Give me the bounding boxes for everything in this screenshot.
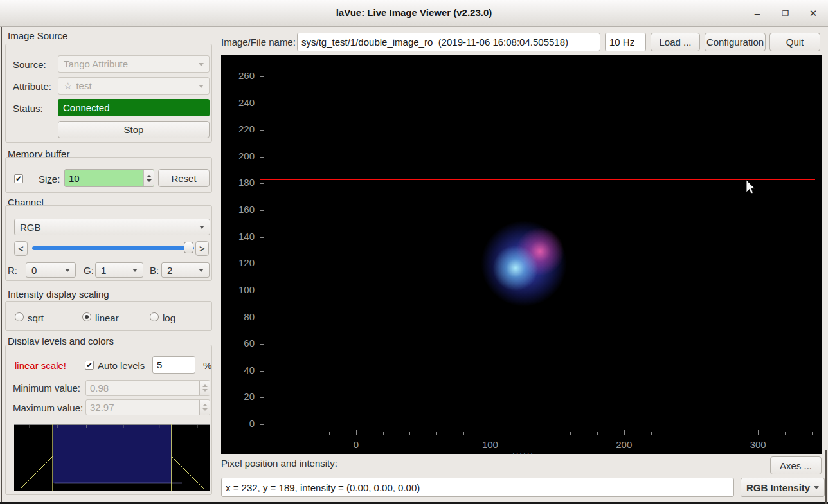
percent-label: % bbox=[203, 360, 212, 371]
y-tick-label: 20 bbox=[226, 391, 255, 402]
y-tick-label: 120 bbox=[226, 257, 255, 268]
crosshair-horizontal-line bbox=[260, 179, 815, 180]
axes-button[interactable]: Axes ... bbox=[770, 456, 822, 474]
radio-label-sqrt: sqrt bbox=[28, 312, 44, 323]
max-value-label: Maximum value: bbox=[13, 402, 83, 413]
x-minor-tick bbox=[705, 432, 705, 435]
status-badge: Connected bbox=[58, 99, 210, 116]
channel-slider-track[interactable] bbox=[32, 246, 194, 250]
y-tick bbox=[260, 397, 264, 398]
r-label: R: bbox=[8, 265, 17, 276]
close-button[interactable]: ✕ bbox=[805, 6, 822, 21]
radio-label-log: log bbox=[163, 312, 176, 323]
x-minor-tick bbox=[732, 432, 732, 435]
x-minor-tick bbox=[329, 432, 330, 435]
image-source-title: Image Source bbox=[8, 30, 68, 41]
minimize-button[interactable]: – bbox=[749, 6, 766, 21]
y-tick bbox=[260, 371, 264, 372]
max-value: 32.97 bbox=[90, 402, 114, 413]
size-label: Size: bbox=[39, 174, 60, 184]
channel-slider-handle[interactable] bbox=[184, 242, 194, 253]
memory-buffer-checkbox[interactable]: ✔ bbox=[14, 174, 23, 183]
radio-log[interactable] bbox=[150, 312, 159, 321]
y-tick-label: 200 bbox=[226, 150, 255, 161]
y-tick bbox=[260, 130, 264, 130]
attribute-label: Attribute: bbox=[13, 81, 51, 92]
spinner-arrows-icon[interactable] bbox=[143, 170, 154, 186]
channel-mode-value: RGB bbox=[20, 222, 41, 233]
auto-levels-checkbox[interactable]: ✔ bbox=[85, 361, 94, 370]
x-minor-tick bbox=[517, 432, 518, 435]
x-minor-tick bbox=[678, 432, 678, 435]
y-tick bbox=[260, 264, 264, 264]
window-right-border bbox=[825, 450, 827, 504]
y-tick bbox=[260, 291, 264, 291]
x-tick bbox=[758, 430, 759, 435]
attribute-combo-value: test bbox=[76, 80, 91, 91]
y-tick-label: 140 bbox=[226, 231, 255, 242]
reset-button[interactable]: Reset bbox=[158, 169, 210, 187]
y-tick bbox=[260, 104, 264, 104]
splitter-handle[interactable]: ······ bbox=[512, 451, 534, 455]
rate-field[interactable]: 10 Hz bbox=[605, 33, 646, 51]
g-label: G: bbox=[84, 265, 94, 276]
r-combo[interactable]: 0 bbox=[26, 262, 76, 278]
y-tick-label: 240 bbox=[226, 97, 255, 108]
size-spinbox-value: 10 bbox=[69, 173, 80, 184]
radio-sqrt[interactable] bbox=[15, 312, 24, 321]
file-name-input[interactable]: sys/tg_test/1/double_image_ro (2019-11-0… bbox=[297, 33, 600, 51]
source-combo[interactable]: Tango Attribute bbox=[58, 55, 210, 73]
y-tick-label: 260 bbox=[226, 70, 255, 81]
window-title: laVue: Live Image Viewer (v2.23.0) bbox=[0, 7, 828, 18]
size-spinbox[interactable]: 10 bbox=[64, 169, 154, 187]
attribute-combo[interactable]: ☆ test bbox=[58, 77, 210, 94]
channel-mode-combo[interactable]: RGB bbox=[14, 219, 210, 235]
maximize-button[interactable]: ❐ bbox=[777, 6, 794, 21]
channel-prev-button[interactable]: < bbox=[14, 241, 28, 256]
levels-histogram[interactable] bbox=[14, 424, 210, 491]
load-button[interactable]: Load ... bbox=[651, 33, 700, 51]
spinner-arrows-icon bbox=[199, 400, 210, 415]
title-bar: laVue: Live Image Viewer (v2.23.0) – ❐ ✕ bbox=[0, 0, 828, 27]
chevron-down-icon bbox=[199, 269, 204, 272]
auto-levels-input[interactable]: 5 bbox=[152, 356, 195, 374]
y-tick-label: 160 bbox=[226, 204, 255, 215]
file-name-label: Image/File name: bbox=[221, 37, 296, 48]
radio-linear[interactable] bbox=[82, 312, 91, 321]
y-tick-label: 0 bbox=[226, 418, 255, 429]
b-combo[interactable]: 2 bbox=[161, 262, 210, 278]
y-tick-label: 60 bbox=[226, 338, 255, 348]
x-minor-tick bbox=[276, 432, 276, 435]
y-tick bbox=[260, 424, 264, 425]
configuration-button[interactable]: Configuration bbox=[705, 33, 766, 51]
stop-button[interactable]: Stop bbox=[58, 121, 210, 138]
scale-warning-text: linear scale! bbox=[15, 360, 66, 371]
min-value-spinbox[interactable]: 0.98 bbox=[86, 380, 210, 396]
max-value-spinbox[interactable]: 32.97 bbox=[86, 399, 210, 415]
b-combo-value: 2 bbox=[167, 265, 172, 276]
y-tick bbox=[260, 318, 264, 318]
y-tick-label: 80 bbox=[226, 311, 255, 322]
y-tick-label: 40 bbox=[226, 364, 255, 375]
pixel-position-field[interactable]: x = 232, y = 189, intensity = (0.00, 0.0… bbox=[221, 478, 734, 497]
min-value: 0.98 bbox=[90, 382, 109, 393]
quit-button[interactable]: Quit bbox=[770, 33, 820, 51]
intensity-mode-combo[interactable]: RGB Intensity bbox=[741, 478, 825, 497]
spinner-arrows-icon bbox=[199, 381, 210, 395]
beam-spot-image bbox=[221, 55, 822, 454]
y-tick bbox=[260, 183, 264, 184]
x-tick bbox=[490, 430, 491, 435]
g-combo[interactable]: 1 bbox=[95, 262, 143, 278]
image-plot[interactable]: 0204060801001201401601802002202402600100… bbox=[221, 55, 822, 454]
x-tick-label: 200 bbox=[605, 439, 644, 450]
y-tick bbox=[260, 210, 264, 211]
intensity-mode-value: RGB Intensity bbox=[746, 482, 810, 493]
channel-next-button[interactable]: > bbox=[195, 241, 209, 256]
chevron-down-icon bbox=[132, 269, 138, 272]
x-minor-tick bbox=[544, 432, 544, 435]
window-left-border bbox=[1, 27, 2, 504]
chevron-down-icon bbox=[199, 63, 204, 66]
x-minor-tick bbox=[570, 432, 571, 435]
b-label: B: bbox=[150, 265, 159, 276]
y-tick bbox=[260, 76, 264, 77]
